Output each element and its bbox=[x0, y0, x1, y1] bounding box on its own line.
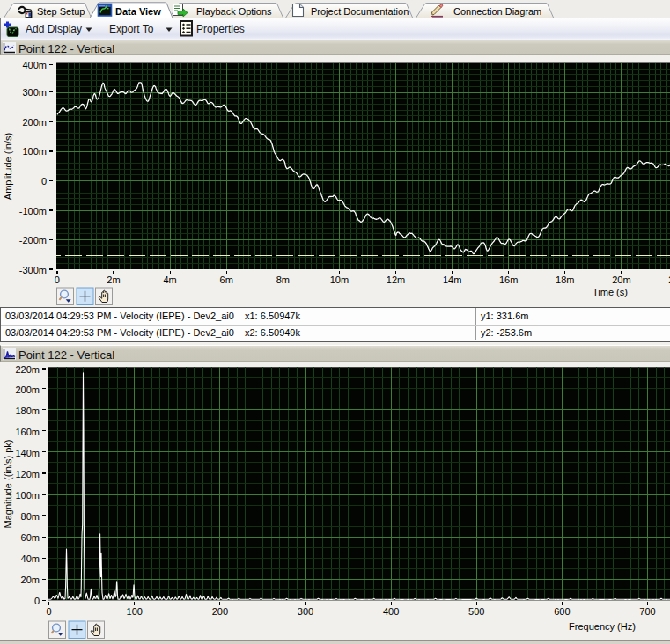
svg-text:Project Documentation: Project Documentation bbox=[311, 6, 409, 17]
svg-text:40m: 40m bbox=[21, 553, 40, 564]
svg-text:300m: 300m bbox=[22, 87, 47, 98]
svg-text:18m: 18m bbox=[556, 274, 574, 285]
svg-text:0: 0 bbox=[41, 176, 47, 187]
svg-text:0: 0 bbox=[55, 274, 60, 285]
svg-text:-100m: -100m bbox=[19, 206, 47, 216]
svg-text:-200m: -200m bbox=[19, 235, 47, 245]
svg-text:Frequency (Hz): Frequency (Hz) bbox=[569, 621, 636, 632]
svg-text:600: 600 bbox=[554, 606, 570, 617]
svg-text:0: 0 bbox=[47, 606, 52, 617]
svg-text:4m: 4m bbox=[163, 274, 176, 285]
svg-text:100m: 100m bbox=[15, 490, 40, 501]
svg-text:220m: 220m bbox=[15, 364, 40, 375]
svg-text:100: 100 bbox=[127, 606, 143, 617]
svg-text:400: 400 bbox=[383, 606, 399, 617]
svg-text:20m: 20m bbox=[612, 274, 630, 285]
svg-text:16m: 16m bbox=[499, 274, 518, 285]
svg-text:-300m: -300m bbox=[19, 265, 47, 275]
svg-text:10m: 10m bbox=[330, 274, 349, 285]
svg-text:500: 500 bbox=[468, 606, 484, 617]
svg-text:Magnitude ((in/s) pk): Magnitude ((in/s) pk) bbox=[3, 440, 13, 529]
svg-text:300: 300 bbox=[298, 606, 313, 617]
svg-text:2m: 2m bbox=[107, 274, 120, 285]
svg-text:700: 700 bbox=[639, 606, 655, 617]
svg-text:12m: 12m bbox=[387, 274, 405, 285]
svg-text:Playback Options: Playback Options bbox=[196, 6, 272, 17]
svg-text:14m: 14m bbox=[443, 274, 461, 285]
svg-text:8m: 8m bbox=[276, 274, 290, 285]
svg-text:0: 0 bbox=[34, 596, 40, 606]
svg-text:Amplitude (in/s): Amplitude (in/s) bbox=[3, 133, 13, 200]
svg-text:140m: 140m bbox=[15, 448, 40, 458]
svg-text:100m: 100m bbox=[22, 146, 47, 157]
svg-text:200m: 200m bbox=[15, 384, 40, 395]
svg-text:180m: 180m bbox=[15, 406, 40, 416]
svg-text:80m: 80m bbox=[21, 511, 40, 522]
svg-text:120m: 120m bbox=[15, 469, 40, 479]
svg-text:60m: 60m bbox=[21, 532, 40, 543]
svg-text:Data View: Data View bbox=[115, 6, 161, 17]
svg-text:400m: 400m bbox=[22, 60, 47, 70]
svg-text:Connection Diagram: Connection Diagram bbox=[453, 6, 541, 17]
svg-text:Time (s): Time (s) bbox=[593, 287, 628, 297]
svg-text:Step Setup: Step Setup bbox=[37, 6, 85, 17]
svg-text:200m: 200m bbox=[22, 117, 47, 128]
svg-text:20m: 20m bbox=[21, 574, 40, 585]
svg-text:160m: 160m bbox=[15, 427, 40, 437]
svg-text:6m: 6m bbox=[220, 274, 233, 285]
svg-text:200: 200 bbox=[212, 606, 228, 617]
